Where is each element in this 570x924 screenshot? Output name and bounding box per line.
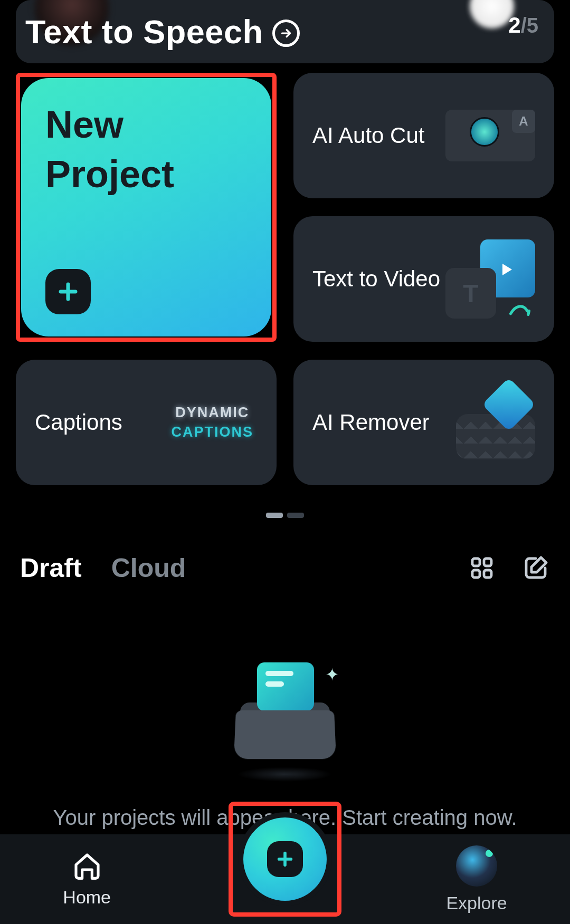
- ai-remover-tile[interactable]: AI Remover: [293, 360, 554, 485]
- page-indicator: [266, 513, 304, 518]
- text-to-video-tile[interactable]: Text to Video T: [293, 216, 554, 342]
- tab-cloud[interactable]: Cloud: [111, 553, 186, 583]
- ai-remover-label: AI Remover: [312, 408, 430, 438]
- banner-title-text: Text to Speech: [25, 13, 263, 51]
- svg-rect-2: [472, 570, 480, 578]
- new-project-label: New Project: [45, 100, 247, 199]
- nav-explore[interactable]: Explore: [446, 845, 507, 913]
- pager-current: 2: [508, 13, 520, 38]
- captions-label: Captions: [35, 408, 122, 438]
- edit-icon[interactable]: [521, 554, 550, 582]
- play-icon: [470, 0, 514, 28]
- captions-thumb: DYNAMIC CAPTIONS: [171, 405, 253, 440]
- text-to-video-label: Text to Video: [312, 264, 440, 294]
- svg-rect-0: [472, 559, 480, 566]
- create-fab[interactable]: [229, 802, 341, 917]
- ai-remover-thumb: [456, 386, 535, 459]
- captions-tile[interactable]: Captions DYNAMIC CAPTIONS: [16, 360, 277, 485]
- ai-auto-cut-label: AI Auto Cut: [312, 121, 424, 151]
- new-project-tile[interactable]: New Project: [16, 73, 277, 342]
- explore-icon: [456, 845, 497, 887]
- ai-auto-cut-tile[interactable]: AI Auto Cut A: [293, 73, 554, 198]
- tab-draft[interactable]: Draft: [20, 553, 82, 583]
- svg-rect-1: [484, 559, 491, 566]
- plus-icon: [267, 841, 303, 877]
- projects-header: Draft Cloud: [20, 553, 550, 583]
- home-icon: [72, 851, 102, 881]
- text-to-speech-banner[interactable]: Text to Speech 2 /5: [16, 0, 554, 63]
- arrow-right-circle-icon: [272, 20, 300, 47]
- folder-icon: ✦: [235, 662, 335, 763]
- banner-title: Text to Speech: [25, 13, 300, 51]
- plus-icon: [45, 269, 91, 314]
- feature-grid: New Project AI Auto Cut A Text to Video: [16, 73, 554, 518]
- pager-total: /5: [521, 14, 538, 37]
- banner-pager: 2 /5: [508, 13, 538, 38]
- svg-rect-3: [484, 570, 491, 578]
- text-to-video-thumb: T: [445, 239, 535, 319]
- nav-explore-label: Explore: [446, 893, 507, 913]
- nav-home[interactable]: Home: [63, 851, 111, 908]
- ai-auto-cut-thumb: A: [445, 110, 535, 161]
- grid-view-icon[interactable]: [468, 554, 496, 582]
- nav-home-label: Home: [63, 887, 111, 908]
